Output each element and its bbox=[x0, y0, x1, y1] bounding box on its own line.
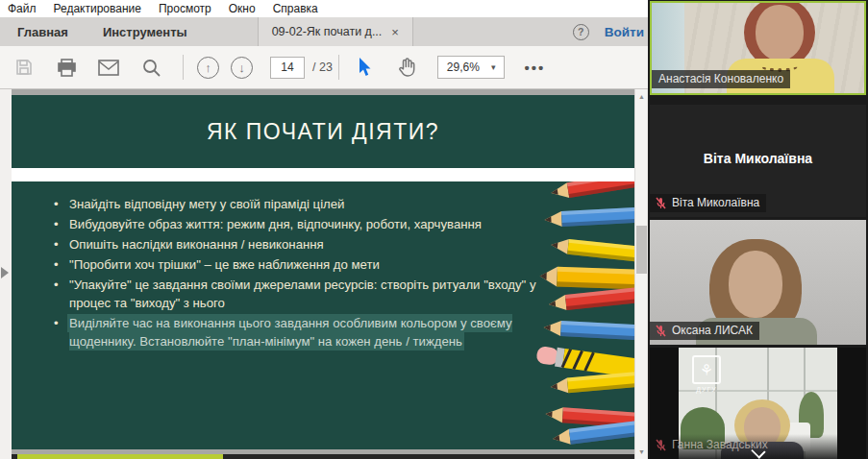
menu-item[interactable]: Справка bbox=[273, 2, 318, 15]
slide-bullet-text: "Поробити хоч трішки" – це вже наближенн… bbox=[69, 257, 380, 272]
expand-pane-icon[interactable] bbox=[1, 267, 9, 278]
participant-name: Оксана ЛИСАК bbox=[672, 324, 753, 337]
slide-title: ЯК ПОЧАТИ ДІЯТИ? bbox=[207, 119, 439, 145]
participant-tile[interactable]: ⚘ ДУГУ Ганна Завадських bbox=[650, 348, 866, 459]
hand-tool-icon[interactable] bbox=[395, 55, 420, 80]
email-icon[interactable] bbox=[96, 55, 121, 80]
video-watermark: ⚘ ДУГУ bbox=[690, 355, 723, 398]
menu-item[interactable]: Окно bbox=[229, 2, 256, 15]
toolbar-separator bbox=[183, 55, 184, 80]
toolbar: ↑ ↓ / 23 29,6% ▾ ••• bbox=[0, 46, 648, 89]
page-count-label: / 23 bbox=[312, 60, 333, 74]
slide-bullet: "Поробити хоч трішки" – це вже наближенн… bbox=[54, 255, 573, 274]
participant-video bbox=[729, 251, 782, 318]
participant-name-tag: Анастасія Коноваленко bbox=[652, 70, 790, 88]
slide-bullet: Вибудовуйте образ життя: режим дня, відп… bbox=[54, 215, 573, 233]
watermark-plant-icon: ⚘ bbox=[692, 355, 721, 384]
close-icon[interactable]: × bbox=[391, 26, 399, 38]
print-icon[interactable] bbox=[54, 55, 79, 80]
mic-muted-icon bbox=[655, 439, 667, 451]
more-tools-button[interactable]: ••• bbox=[524, 60, 545, 76]
participant-tile[interactable]: Анастасія Коноваленко bbox=[650, 1, 866, 95]
slide-bullet: Знайдіть відповідну мету у своїй пірамід… bbox=[54, 195, 573, 213]
sign-in-button[interactable]: Войти bbox=[605, 25, 644, 39]
pdf-page: ЯК ПОЧАТИ ДІЯТИ? Знайдіть відповідну мет… bbox=[12, 95, 634, 449]
scroll-up-icon[interactable]: ▲ bbox=[635, 90, 648, 103]
video-conference-panel: Анастасія Коноваленко Віта Миколаївна Ві… bbox=[648, 0, 868, 459]
pencils-illustration bbox=[534, 181, 634, 449]
next-page-button[interactable]: ↓ bbox=[231, 57, 253, 79]
participant-video bbox=[756, 5, 804, 60]
slide-divider-band bbox=[12, 168, 634, 181]
scrollbar-thumb[interactable] bbox=[636, 226, 647, 274]
tab-home[interactable]: Главная bbox=[0, 17, 86, 46]
next-page-edge-green bbox=[17, 454, 223, 459]
zoom-level-select[interactable]: 29,6% ▾ bbox=[437, 56, 506, 79]
slide-bullet-text: Опишіть наслідки виконання / невиконання bbox=[69, 237, 324, 252]
tab-bar: Главная Инструменты 09-02-Як почати д...… bbox=[0, 17, 648, 46]
zoom-level-value: 29,6% bbox=[447, 60, 480, 74]
slide-bullet-list: Знайдіть відповідну мету у своїй пірамід… bbox=[54, 195, 573, 352]
menu-item[interactable]: Файл bbox=[8, 2, 37, 15]
slide-bullet-text: Знайдіть відповідну мету у своїй пірамід… bbox=[69, 197, 344, 211]
watermark-text: ДУГУ bbox=[690, 386, 723, 393]
participant-tile[interactable]: Віта Миколаївна Віта Миколаївна bbox=[650, 105, 866, 217]
navigation-pane-rail bbox=[0, 89, 12, 459]
page-number-input[interactable] bbox=[270, 57, 305, 79]
toolbar-separator bbox=[338, 55, 339, 80]
document-area: ЯК ПОЧАТИ ДІЯТИ? Знайдіть відповідну мет… bbox=[0, 89, 648, 459]
participant-display-name: Віта Миколаївна bbox=[650, 151, 866, 166]
menu-bar: ФайлРедактированиеПросмотрОкноСправка bbox=[0, 0, 648, 17]
chevron-down-icon[interactable] bbox=[750, 446, 769, 457]
mic-muted-icon bbox=[655, 197, 667, 209]
scroll-down-icon[interactable]: ▼ bbox=[635, 446, 648, 458]
previous-page-button[interactable]: ↑ bbox=[197, 57, 219, 79]
mic-muted-icon bbox=[655, 325, 667, 337]
participant-name: Анастасія Коноваленко bbox=[658, 72, 783, 85]
slide-title-block: ЯК ПОЧАТИ ДІЯТИ? bbox=[12, 95, 634, 168]
participant-name: Віта Миколаївна bbox=[672, 196, 759, 209]
save-icon[interactable] bbox=[12, 55, 37, 80]
slide-bullet: Виділяйте час на виконання цього завданн… bbox=[54, 314, 573, 350]
pdf-reader-window: ФайлРедактированиеПросмотрОкноСправка Гл… bbox=[0, 0, 648, 459]
menu-item[interactable]: Просмотр bbox=[159, 2, 211, 15]
slide-bullet: Опишіть наслідки виконання / невиконання bbox=[54, 235, 573, 254]
document-tab-label: 09-02-Як почати д... bbox=[272, 25, 383, 38]
participant-name-tag: Оксана ЛИСАК bbox=[650, 322, 759, 340]
select-tool-icon[interactable] bbox=[353, 55, 378, 80]
help-icon[interactable]: ? bbox=[573, 24, 589, 40]
slide-bullet-text: "Упакуйте" це завдання своїми джерелами … bbox=[69, 278, 536, 310]
search-icon[interactable] bbox=[138, 55, 163, 80]
tab-tools[interactable]: Инструменты bbox=[86, 17, 205, 46]
slide-bullet-text-selected: Виділяйте час на виконання цього завданн… bbox=[69, 316, 512, 349]
document-tab[interactable]: 09-02-Як почати д... × bbox=[258, 17, 413, 46]
vertical-scrollbar[interactable]: ▲ ▼ bbox=[634, 89, 647, 459]
participant-tile[interactable]: Оксана ЛИСАК bbox=[650, 220, 866, 345]
slide-bullet-text: Вибудовуйте образ життя: режим дня, відп… bbox=[69, 217, 482, 231]
chevron-down-icon: ▾ bbox=[491, 62, 496, 72]
next-page-edge bbox=[12, 454, 634, 459]
menu-item[interactable]: Редактирование bbox=[54, 2, 141, 15]
participant-name-tag: Віта Миколаївна bbox=[650, 194, 766, 212]
screen: ФайлРедактированиеПросмотрОкноСправка Гл… bbox=[0, 0, 868, 459]
slide-bullet: "Упакуйте" це завдання своїми джерелами … bbox=[54, 276, 573, 312]
